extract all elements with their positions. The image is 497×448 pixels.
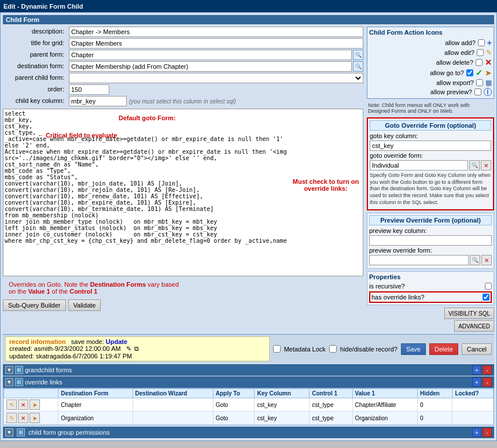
- advanced-btn[interactable]: ADVANCED: [454, 320, 494, 332]
- permissions-add-btn[interactable]: +: [472, 428, 481, 437]
- overrides-note: Overrides on Goto. Note the Destination …: [9, 281, 179, 295]
- edit-icon[interactable]: ✎: [126, 345, 131, 352]
- goto-key-column-label: goto key column:: [370, 132, 491, 139]
- goto-override-form-input[interactable]: [370, 160, 468, 171]
- override-links-add-btn[interactable]: +: [472, 377, 481, 387]
- allow-preview-checkbox[interactable]: [474, 88, 481, 95]
- is-recursive-checkbox[interactable]: [485, 283, 492, 290]
- preview-override-search-btn[interactable]: 🔍: [470, 255, 480, 265]
- save-btn[interactable]: Save: [401, 343, 426, 355]
- grandchild-expand-icon[interactable]: ▼: [5, 366, 13, 374]
- child-form-section-header: Child Form: [3, 15, 494, 24]
- check-green-icon: ✓: [476, 68, 483, 77]
- preview-override-form-input[interactable]: [369, 255, 469, 265]
- row2-key-column: cst_key: [255, 412, 310, 425]
- child-key-column-input[interactable]: [69, 96, 127, 106]
- row2-delete-btn[interactable]: ✕: [18, 413, 28, 423]
- preview-override-section: Preview Override Form (optional) preview…: [367, 213, 494, 269]
- updated-value: skatragadda-6/7/2006 1:19:47 PM: [36, 353, 132, 360]
- goto-override-title: Goto Override Form (optional): [370, 120, 491, 131]
- parent-child-form-select[interactable]: [69, 73, 363, 83]
- col-destination-wizard: Destination Wizard: [132, 389, 213, 398]
- row2-apply-to: Goto: [213, 412, 255, 425]
- row2-hidden: 0: [418, 412, 452, 425]
- sub-query-builder-btn[interactable]: Sub-Query Builder: [3, 299, 66, 311]
- col-control-1: Control 1: [310, 389, 352, 398]
- override-links-section-row[interactable]: ▼ ⊞ override links + -: [3, 376, 494, 388]
- child-form-action-icons-title: Child Form Action Icons: [369, 29, 492, 36]
- info-icon: i: [484, 88, 492, 96]
- destination-form-label: destination form:: [3, 61, 67, 72]
- row2-destination-wizard: [132, 412, 213, 425]
- row1-delete-btn[interactable]: ✕: [18, 399, 28, 410]
- preview-override-clear-btn[interactable]: ✕: [481, 255, 492, 265]
- parent-form-input[interactable]: [69, 50, 352, 60]
- has-override-links-checkbox[interactable]: [483, 294, 489, 301]
- validate-btn[interactable]: Validate: [68, 299, 101, 311]
- row1-apply-to: Goto: [213, 398, 255, 412]
- grandchild-add-btn[interactable]: +: [472, 365, 481, 375]
- visibility-sql-btn[interactable]: VISIBILITY SQL: [444, 308, 494, 319]
- window: Edit - Dynamic Form Child Child Form des…: [0, 0, 497, 441]
- allow-edit-checkbox[interactable]: [477, 49, 484, 56]
- goto-override-form-search-btn[interactable]: 🔍: [469, 160, 480, 171]
- parent-form-label: parent form:: [3, 50, 67, 60]
- save-mode-value: Update: [106, 338, 127, 345]
- goto-override-form-clear-btn[interactable]: ✕: [481, 160, 491, 171]
- grandchild-minus-btn[interactable]: -: [483, 365, 492, 375]
- allow-delete-checkbox[interactable]: [476, 59, 483, 66]
- row2-edit-btn[interactable]: ✎: [6, 413, 17, 423]
- allow-export-label: allow export?: [436, 79, 474, 86]
- description-input[interactable]: [69, 27, 363, 37]
- grandchild-section-icon: ⊞: [15, 366, 23, 374]
- allow-delete-label: allow delete?: [436, 59, 473, 66]
- row2-locked: [452, 412, 494, 425]
- goto-key-column-input[interactable]: [370, 140, 491, 151]
- row1-key-column: cst_key: [255, 398, 310, 412]
- parent-child-form-label: parent child form:: [3, 73, 67, 83]
- delete-btn[interactable]: Delete: [429, 343, 458, 355]
- metadata-lock-checkbox[interactable]: [273, 345, 281, 353]
- col-locked: Locked?: [452, 389, 494, 398]
- override-links-minus-btn[interactable]: -: [483, 377, 492, 387]
- override-links-table-container: Destination Form Destination Wizard Appl…: [3, 388, 494, 425]
- title-for-grid-input[interactable]: [69, 38, 363, 49]
- override-links-label: override links: [25, 379, 62, 386]
- row1-destination-wizard: [132, 398, 213, 412]
- allow-goto-checkbox[interactable]: [466, 69, 473, 76]
- grandchild-section-row[interactable]: ▼ ⊞ grandchild forms + -: [3, 364, 494, 376]
- cancel-btn[interactable]: Cancel: [462, 343, 492, 355]
- row2-value-1: Organization: [352, 412, 417, 425]
- parent-form-search-btn[interactable]: 🔍: [353, 50, 363, 60]
- preview-override-form-label: preview override form:: [369, 247, 492, 254]
- plus-icon: +: [487, 38, 492, 47]
- row1-edit-btn[interactable]: ✎: [6, 399, 17, 410]
- child-key-hint: (you must select this column in select s…: [129, 98, 236, 105]
- preview-key-column-label: preview key column:: [369, 227, 492, 234]
- destination-form-input[interactable]: [69, 61, 352, 72]
- is-recursive-label: is recursive?: [369, 283, 405, 290]
- destination-form-search-btn[interactable]: 🔍: [353, 61, 363, 72]
- row1-locked: [452, 398, 494, 412]
- sql-textarea[interactable]: select mbr_key, cst_key, cst_type, _acti…: [3, 109, 363, 276]
- row1-goto-btn[interactable]: ➤: [30, 399, 40, 410]
- child-form-permissions-row[interactable]: ▼ ⊞ child form group permissions + -: [3, 427, 494, 438]
- properties-section: Properties is recursive? has override li…: [367, 271, 494, 305]
- override-links-expand-icon[interactable]: ▼: [5, 378, 13, 386]
- hide-disable-checkbox[interactable]: [329, 345, 337, 353]
- row2-goto-btn[interactable]: ➤: [30, 413, 40, 423]
- record-info-label: record information: [9, 338, 66, 345]
- preview-key-column-input[interactable]: [369, 235, 492, 246]
- permissions-minus-btn[interactable]: -: [483, 428, 492, 437]
- order-input[interactable]: [69, 84, 109, 95]
- override-links-table: Destination Form Destination Wizard Appl…: [3, 388, 494, 425]
- copy-icon[interactable]: ⧉: [134, 345, 139, 352]
- permissions-section-icon: ⊞: [17, 428, 25, 436]
- row2-control-1: cst_type: [310, 412, 352, 425]
- goto-description: Specify Goto Form and Goto Key Column on…: [370, 172, 491, 206]
- allow-export-checkbox[interactable]: [476, 79, 483, 86]
- allow-add-checkbox[interactable]: [478, 39, 485, 46]
- save-mode-label: save mode:: [71, 338, 104, 345]
- col-actions: [4, 389, 58, 398]
- permissions-expand-icon[interactable]: ▼: [5, 428, 13, 436]
